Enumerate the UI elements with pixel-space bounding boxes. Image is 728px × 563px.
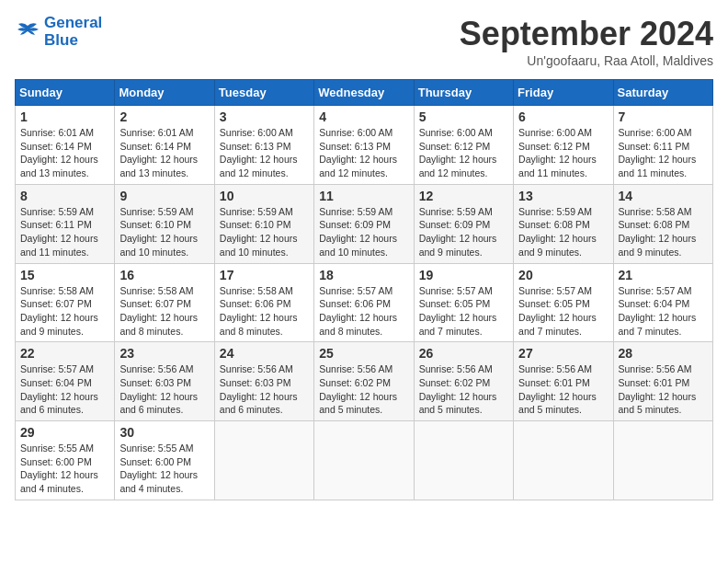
header-wednesday: Wednesday xyxy=(314,80,414,106)
day-number: 30 xyxy=(119,425,209,440)
day-number: 22 xyxy=(20,346,109,361)
location-subtitle: Un'goofaaru, Raa Atoll, Maldives xyxy=(460,53,713,68)
calendar-week-row: 15 Sunrise: 5:58 AMSunset: 6:07 PMDaylig… xyxy=(16,263,713,342)
day-number: 4 xyxy=(319,109,408,124)
day-info: Sunrise: 5:56 AMSunset: 6:02 PMDaylight:… xyxy=(419,363,497,415)
calendar-day-cell: 21 Sunrise: 5:57 AMSunset: 6:04 PMDaylig… xyxy=(613,263,712,342)
calendar-day-cell xyxy=(314,421,414,500)
day-number: 27 xyxy=(518,346,608,361)
header-sunday: Sunday xyxy=(16,80,115,106)
calendar-day-cell: 2 Sunrise: 6:01 AMSunset: 6:14 PMDayligh… xyxy=(115,106,214,185)
month-title: September 2024 xyxy=(460,15,713,53)
calendar-day-cell xyxy=(414,421,513,500)
calendar-day-cell: 3 Sunrise: 6:00 AMSunset: 6:13 PMDayligh… xyxy=(214,106,313,185)
day-info: Sunrise: 5:56 AMSunset: 6:02 PMDaylight:… xyxy=(319,363,397,415)
day-number: 23 xyxy=(119,346,209,361)
day-info: Sunrise: 5:59 AMSunset: 6:09 PMDaylight:… xyxy=(319,206,397,258)
day-info: Sunrise: 6:01 AMSunset: 6:14 PMDaylight:… xyxy=(20,127,98,178)
day-number: 17 xyxy=(220,268,309,282)
day-info: Sunrise: 5:59 AMSunset: 6:09 PMDaylight:… xyxy=(419,206,497,258)
day-number: 2 xyxy=(119,109,209,124)
logo: General Blue xyxy=(15,15,102,49)
day-number: 20 xyxy=(518,268,608,282)
day-number: 26 xyxy=(419,346,508,361)
day-info: Sunrise: 6:00 AMSunset: 6:12 PMDaylight:… xyxy=(518,127,597,178)
calendar-day-cell: 19 Sunrise: 5:57 AMSunset: 6:05 PMDaylig… xyxy=(414,263,513,342)
calendar-day-cell: 29 Sunrise: 5:55 AMSunset: 6:00 PMDaylig… xyxy=(16,421,115,500)
header-thursday: Thursday xyxy=(414,80,513,106)
day-info: Sunrise: 5:56 AMSunset: 6:01 PMDaylight:… xyxy=(619,363,697,415)
day-number: 6 xyxy=(518,109,608,124)
calendar-day-cell: 12 Sunrise: 5:59 AMSunset: 6:09 PMDaylig… xyxy=(414,184,513,263)
calendar-day-cell xyxy=(514,421,613,500)
calendar-day-cell: 17 Sunrise: 5:58 AMSunset: 6:06 PMDaylig… xyxy=(214,263,313,342)
calendar-week-row: 29 Sunrise: 5:55 AMSunset: 6:00 PMDaylig… xyxy=(16,421,713,500)
day-number: 3 xyxy=(220,109,309,124)
day-info: Sunrise: 5:59 AMSunset: 6:10 PMDaylight:… xyxy=(220,206,298,258)
calendar-day-cell: 1 Sunrise: 6:01 AMSunset: 6:14 PMDayligh… xyxy=(16,106,115,185)
day-info: Sunrise: 5:57 AMSunset: 6:04 PMDaylight:… xyxy=(619,285,697,337)
day-number: 18 xyxy=(319,268,408,282)
day-info: Sunrise: 5:56 AMSunset: 6:03 PMDaylight:… xyxy=(220,363,298,415)
day-info: Sunrise: 5:56 AMSunset: 6:03 PMDaylight:… xyxy=(119,363,198,415)
calendar-day-cell xyxy=(613,421,712,500)
calendar-day-cell: 24 Sunrise: 5:56 AMSunset: 6:03 PMDaylig… xyxy=(214,342,313,421)
calendar-day-cell: 23 Sunrise: 5:56 AMSunset: 6:03 PMDaylig… xyxy=(115,342,214,421)
day-info: Sunrise: 5:57 AMSunset: 6:05 PMDaylight:… xyxy=(419,285,497,337)
day-number: 11 xyxy=(319,189,408,203)
day-number: 29 xyxy=(20,425,109,440)
day-number: 25 xyxy=(319,346,408,361)
day-number: 16 xyxy=(119,268,209,282)
calendar-day-cell xyxy=(214,421,313,500)
day-info: Sunrise: 5:58 AMSunset: 6:06 PMDaylight:… xyxy=(220,285,298,337)
day-number: 15 xyxy=(20,268,109,282)
calendar-day-cell: 5 Sunrise: 6:00 AMSunset: 6:12 PMDayligh… xyxy=(414,106,513,185)
calendar-day-cell: 11 Sunrise: 5:59 AMSunset: 6:09 PMDaylig… xyxy=(314,184,414,263)
day-info: Sunrise: 6:00 AMSunset: 6:13 PMDaylight:… xyxy=(319,127,397,178)
day-info: Sunrise: 5:59 AMSunset: 6:11 PMDaylight:… xyxy=(20,206,98,258)
day-info: Sunrise: 5:56 AMSunset: 6:01 PMDaylight:… xyxy=(518,363,597,415)
day-number: 14 xyxy=(619,189,708,203)
calendar-week-row: 22 Sunrise: 5:57 AMSunset: 6:04 PMDaylig… xyxy=(16,342,713,421)
day-number: 19 xyxy=(419,268,508,282)
calendar-week-row: 1 Sunrise: 6:01 AMSunset: 6:14 PMDayligh… xyxy=(16,106,713,185)
day-info: Sunrise: 5:57 AMSunset: 6:06 PMDaylight:… xyxy=(319,285,397,337)
calendar-day-cell: 15 Sunrise: 5:58 AMSunset: 6:07 PMDaylig… xyxy=(16,263,115,342)
header-monday: Monday xyxy=(115,80,214,106)
calendar-day-cell: 7 Sunrise: 6:00 AMSunset: 6:11 PMDayligh… xyxy=(613,106,712,185)
day-info: Sunrise: 5:55 AMSunset: 6:00 PMDaylight:… xyxy=(119,442,198,494)
day-info: Sunrise: 6:00 AMSunset: 6:13 PMDaylight:… xyxy=(220,127,298,178)
calendar-day-cell: 8 Sunrise: 5:59 AMSunset: 6:11 PMDayligh… xyxy=(16,184,115,263)
day-number: 24 xyxy=(220,346,309,361)
day-number: 21 xyxy=(619,268,708,282)
day-info: Sunrise: 5:58 AMSunset: 6:07 PMDaylight:… xyxy=(119,285,198,337)
logo-blue: Blue xyxy=(44,32,102,50)
day-number: 1 xyxy=(20,109,109,124)
day-info: Sunrise: 6:00 AMSunset: 6:12 PMDaylight:… xyxy=(419,127,497,178)
calendar-day-cell: 16 Sunrise: 5:58 AMSunset: 6:07 PMDaylig… xyxy=(115,263,214,342)
header-friday: Friday xyxy=(514,80,613,106)
day-number: 8 xyxy=(20,189,109,203)
calendar-day-cell: 13 Sunrise: 5:59 AMSunset: 6:08 PMDaylig… xyxy=(514,184,613,263)
logo-general: General xyxy=(44,15,102,32)
calendar-day-cell: 9 Sunrise: 5:59 AMSunset: 6:10 PMDayligh… xyxy=(115,184,214,263)
day-info: Sunrise: 5:58 AMSunset: 6:08 PMDaylight:… xyxy=(619,206,697,258)
day-number: 10 xyxy=(220,189,309,203)
calendar-day-cell: 26 Sunrise: 5:56 AMSunset: 6:02 PMDaylig… xyxy=(414,342,513,421)
calendar-week-row: 8 Sunrise: 5:59 AMSunset: 6:11 PMDayligh… xyxy=(16,184,713,263)
page-header: General Blue September 2024 Un'goofaaru,… xyxy=(15,15,713,68)
logo-icon xyxy=(15,22,40,42)
calendar-day-cell: 22 Sunrise: 5:57 AMSunset: 6:04 PMDaylig… xyxy=(16,342,115,421)
calendar-day-cell: 14 Sunrise: 5:58 AMSunset: 6:08 PMDaylig… xyxy=(613,184,712,263)
day-info: Sunrise: 5:59 AMSunset: 6:10 PMDaylight:… xyxy=(119,206,198,258)
calendar-day-cell: 27 Sunrise: 5:56 AMSunset: 6:01 PMDaylig… xyxy=(514,342,613,421)
header-tuesday: Tuesday xyxy=(214,80,313,106)
day-number: 7 xyxy=(619,109,708,124)
day-number: 5 xyxy=(419,109,508,124)
calendar-day-cell: 18 Sunrise: 5:57 AMSunset: 6:06 PMDaylig… xyxy=(314,263,414,342)
calendar-header-row: Sunday Monday Tuesday Wednesday Thursday… xyxy=(16,80,713,106)
day-info: Sunrise: 5:57 AMSunset: 6:05 PMDaylight:… xyxy=(518,285,597,337)
calendar-day-cell: 30 Sunrise: 5:55 AMSunset: 6:00 PMDaylig… xyxy=(115,421,214,500)
calendar-day-cell: 6 Sunrise: 6:00 AMSunset: 6:12 PMDayligh… xyxy=(514,106,613,185)
header-saturday: Saturday xyxy=(613,80,712,106)
